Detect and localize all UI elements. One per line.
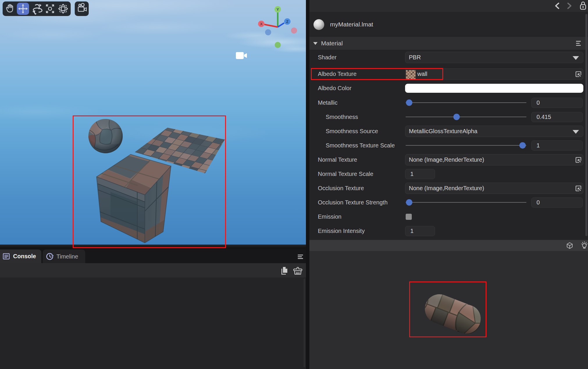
svg-text:Z: Z <box>286 19 288 24</box>
svg-text:X: X <box>260 22 263 26</box>
svg-text:Y: Y <box>277 7 279 12</box>
